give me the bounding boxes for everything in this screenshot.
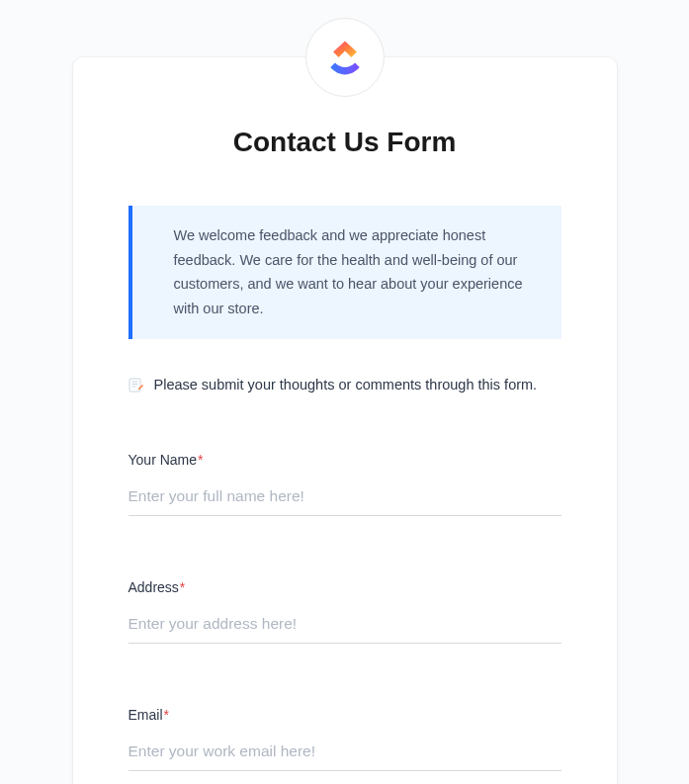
pencil-note-icon: [129, 377, 144, 392]
submit-prompt: Please submit your thoughts or comments …: [129, 377, 561, 392]
page-wrapper: Contact Us Form We welcome feedback and …: [0, 0, 689, 784]
field-address: Address*: [129, 579, 561, 644]
input-email[interactable]: [129, 737, 561, 771]
label-text: Email: [129, 707, 163, 723]
label-text: Your Name: [129, 452, 198, 468]
form-card: Contact Us Form We welcome feedback and …: [73, 57, 617, 784]
welcome-text: We welcome feedback and we appreciate ho…: [174, 223, 536, 321]
required-star: *: [180, 579, 185, 595]
input-your-name[interactable]: [129, 481, 561, 516]
welcome-banner: We welcome feedback and we appreciate ho…: [129, 206, 561, 339]
clickup-logo-icon: [323, 36, 367, 79]
submit-prompt-text: Please submit your thoughts or comments …: [154, 377, 538, 392]
logo-circle: [305, 18, 385, 97]
input-address[interactable]: [129, 609, 561, 644]
label-your-name: Your Name*: [129, 452, 561, 468]
field-your-name: Your Name*: [129, 452, 561, 516]
required-star: *: [198, 452, 203, 468]
field-email: Email*: [129, 707, 561, 771]
label-text: Address: [129, 579, 179, 595]
page-title: Contact Us Form: [129, 127, 561, 158]
label-address: Address*: [129, 579, 561, 595]
required-star: *: [164, 707, 169, 723]
label-email: Email*: [129, 707, 561, 723]
